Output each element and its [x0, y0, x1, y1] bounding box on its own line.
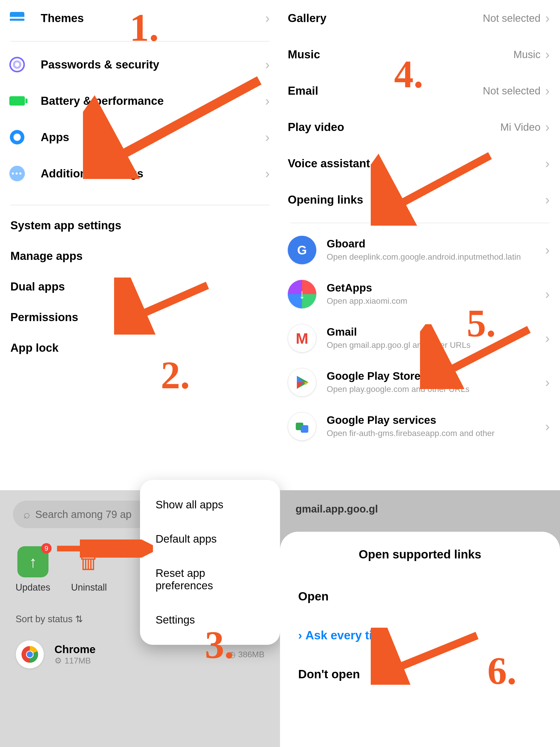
row-permissions[interactable]: Permissions: [0, 302, 280, 333]
option-open[interactable]: Open: [298, 577, 542, 616]
row-additional[interactable]: ••• Additional settings ›: [0, 155, 280, 192]
app-title: GetApps: [327, 282, 545, 294]
chevron-right-icon: ›: [545, 10, 550, 26]
app-sub: Open play.google.com and other URLs: [327, 384, 545, 395]
label-themes: Themes: [41, 12, 265, 25]
label-opening-links: Opening links: [288, 193, 545, 206]
chrome-storage: 117MB: [64, 656, 91, 666]
sheet-title: Open supported links: [298, 547, 542, 561]
row-system-app-settings[interactable]: System app settings: [0, 210, 280, 241]
app-title: Gboard: [327, 238, 545, 250]
updates-label: Updates: [16, 582, 50, 593]
getapps-icon: ↓: [288, 280, 316, 308]
app-sub: Open gmail.app.goo.gl and other URLs: [327, 340, 545, 351]
data-icon: ◷: [229, 649, 236, 659]
label-music: Music: [288, 48, 513, 61]
app-getapps[interactable]: ↓ GetApps Open app.xiaomi.com ›: [280, 272, 560, 316]
svg-point-8: [27, 651, 33, 657]
chevron-right-icon: ›: [545, 419, 550, 434]
gboard-icon: G: [288, 236, 316, 264]
option-ask-every-time[interactable]: Ask every time: [298, 616, 542, 655]
row-manage-apps[interactable]: Manage apps: [0, 241, 280, 271]
value-play-video: Mi Video: [500, 121, 540, 133]
value-music: Music: [513, 49, 540, 60]
row-apps[interactable]: Apps ›: [0, 119, 280, 155]
chevron-right-icon: ›: [545, 83, 550, 99]
panel-manage-apps: ⌕ Search among 79 ap ↑ 9 Updates 🗑 Unins…: [0, 490, 280, 747]
search-placeholder: Search among 79 ap: [35, 509, 131, 520]
updates-button[interactable]: ↑ 9 Updates: [16, 546, 50, 593]
app-sub: Open deeplink.com.google.android.inputme…: [327, 252, 545, 262]
bottom-sheet: Open supported links Open Ask every time…: [280, 532, 560, 747]
play-store-icon: [288, 368, 316, 396]
app-gmail[interactable]: M Gmail Open gmail.app.goo.gl and other …: [280, 316, 560, 360]
chevron-right-icon: ›: [545, 156, 550, 171]
app-title: Google Play services: [327, 414, 545, 427]
label-voice: Voice assistant: [288, 157, 545, 170]
domain-label: gmail.app.goo.gl: [280, 490, 560, 528]
menu-settings[interactable]: Settings: [140, 603, 280, 637]
app-sub: Open app.xiaomi.com: [327, 296, 545, 307]
uninstall-button[interactable]: 🗑 Uninstall: [71, 546, 107, 593]
row-voice-assistant[interactable]: Voice assistant ›: [280, 145, 560, 182]
menu-reset-preferences[interactable]: Reset app preferences: [140, 556, 280, 603]
app-gboard[interactable]: G Gboard Open deeplink.com.google.androi…: [280, 228, 560, 272]
app-title: Google Play Store: [327, 370, 545, 382]
label-email: Email: [288, 84, 483, 97]
overflow-menu: Show all apps Default apps Reset app pre…: [140, 480, 280, 645]
chevron-right-icon: ›: [545, 286, 550, 302]
fingerprint-icon: [8, 55, 26, 74]
trash-icon: 🗑: [73, 546, 105, 577]
svg-marker-1: [297, 376, 304, 382]
divider: [290, 223, 550, 223]
label-battery: Battery & performance: [41, 95, 265, 107]
themes-icon: [8, 9, 26, 27]
row-passwords[interactable]: Passwords & security ›: [0, 46, 280, 83]
chevron-right-icon: ›: [545, 47, 550, 62]
app-play-services[interactable]: Google Play services Open fir-auth-gms.f…: [280, 404, 560, 448]
row-music[interactable]: Music Music ›: [280, 36, 560, 73]
label-play-video: Play video: [288, 121, 500, 134]
row-play-video[interactable]: Play video Mi Video ›: [280, 109, 560, 145]
row-themes[interactable]: Themes ›: [0, 0, 280, 36]
battery-icon: [8, 92, 26, 110]
label-apps: Apps: [41, 131, 265, 144]
panel-open-supported-links: gmail.app.goo.gl Open supported links Op…: [280, 490, 560, 747]
chevron-right-icon: ›: [545, 375, 550, 390]
value-email: Not selected: [483, 85, 540, 97]
chevron-right-icon: ›: [545, 119, 550, 135]
app-play-store[interactable]: Google Play Store Open play.google.com a…: [280, 360, 560, 404]
option-dont-open[interactable]: Don't open: [298, 655, 542, 694]
storage-icon: ⚙: [54, 656, 62, 666]
dots-icon: •••: [8, 164, 26, 183]
chevron-right-icon: ›: [265, 129, 270, 145]
chevron-right-icon: ›: [265, 166, 270, 181]
gear-icon: [8, 128, 26, 147]
menu-show-all-apps[interactable]: Show all apps: [140, 488, 280, 522]
menu-default-apps[interactable]: Default apps: [140, 522, 280, 556]
chevron-right-icon: ›: [545, 242, 550, 258]
gmail-icon: M: [288, 324, 316, 353]
chrome-name: Chrome: [54, 643, 229, 656]
row-opening-links[interactable]: Opening links ›: [280, 182, 560, 218]
chevron-right-icon: ›: [545, 331, 550, 346]
sort-icon: ⇅: [75, 614, 83, 624]
chevron-right-icon: ›: [545, 192, 550, 207]
search-icon: ⌕: [23, 508, 30, 521]
app-sub: Open fir-auth-gms.firebaseapp.com and ot…: [327, 428, 545, 439]
row-battery[interactable]: Battery & performance ›: [0, 83, 280, 119]
label-passwords: Passwords & security: [41, 58, 265, 71]
row-gallery[interactable]: Gallery Not selected ›: [280, 0, 560, 36]
label-gallery: Gallery: [288, 12, 483, 25]
row-dual-apps[interactable]: Dual apps: [0, 271, 280, 302]
divider: [10, 41, 270, 42]
play-services-icon: [288, 412, 316, 441]
app-title: Gmail: [327, 326, 545, 338]
updates-badge: 9: [41, 543, 52, 553]
chevron-right-icon: ›: [265, 57, 270, 72]
uninstall-label: Uninstall: [71, 582, 107, 593]
row-email[interactable]: Email Not selected ›: [280, 73, 560, 109]
row-app-lock[interactable]: App lock: [0, 333, 280, 363]
updates-icon: ↑ 9: [17, 546, 49, 577]
chrome-icon: [16, 640, 44, 669]
